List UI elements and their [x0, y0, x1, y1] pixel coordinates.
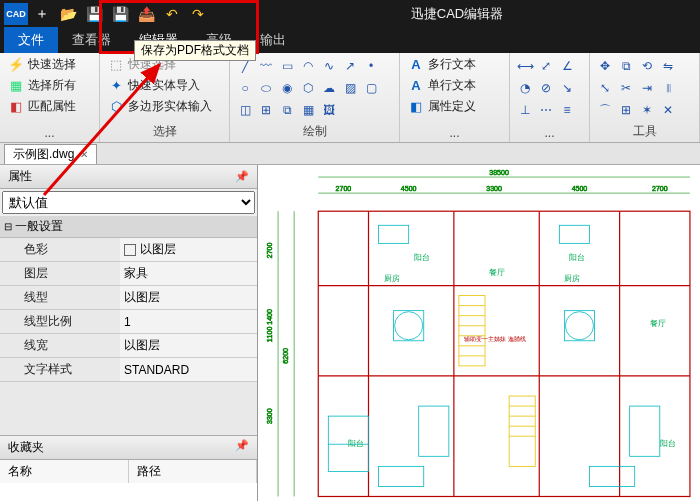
mirror-icon[interactable]: ⇋	[659, 57, 677, 75]
extend-icon[interactable]: ⇥	[638, 79, 656, 97]
dim-ord-icon[interactable]: ⊥	[516, 101, 534, 119]
undo-icon[interactable]: ↶	[160, 3, 184, 25]
main-area: 属性 📌 默认值 一般设置 色彩以图层 图层家具 线型以图层 线型比例1 线宽以…	[0, 165, 700, 501]
file-tab[interactable]: 示例图.dwg ✕	[4, 144, 97, 164]
quick-entity-import-button[interactable]: ✦快速实体导入	[106, 76, 223, 95]
import-icon: ✦	[108, 78, 124, 94]
block-icon[interactable]: ◫	[236, 101, 254, 119]
svg-text:阳台: 阳台	[348, 439, 364, 448]
svg-rect-29	[419, 406, 449, 456]
svg-text:38500: 38500	[489, 169, 509, 176]
group-label: ...	[6, 125, 93, 140]
svg-rect-31	[379, 466, 424, 486]
svg-text:辅助变一主姊妹 迤脯线: 辅助变一主姊妹 迤脯线	[464, 335, 526, 342]
svg-text:阳台: 阳台	[569, 253, 585, 262]
property-grid[interactable]: 一般设置 色彩以图层 图层家具 线型以图层 线型比例1 线宽以图层 文字样式ST…	[0, 216, 257, 435]
save-as-icon[interactable]: 💾	[108, 3, 132, 25]
default-value-row: 默认值	[0, 189, 257, 216]
rect-icon[interactable]: ▭	[278, 57, 296, 75]
select-all-button[interactable]: ▦选择所有	[6, 76, 93, 95]
poly-entity-input-button[interactable]: ⬡多边形实体输入	[106, 97, 223, 116]
properties-panel: 属性 📌 默认值 一般设置 色彩以图层 图层家具 线型以图层 线型比例1 线宽以…	[0, 165, 258, 501]
dim-base-icon[interactable]: ≡	[558, 101, 576, 119]
attdef-button[interactable]: ◧属性定义	[406, 97, 503, 116]
new-icon[interactable]: ＋	[30, 3, 54, 25]
dim-cont-icon[interactable]: ⋯	[537, 101, 555, 119]
ray-icon[interactable]: ↗	[341, 57, 359, 75]
prop-row: 线宽以图层	[0, 334, 257, 358]
pin-icon[interactable]: 📌	[235, 439, 249, 456]
donut-icon[interactable]: ◉	[278, 79, 296, 97]
default-value-select[interactable]: 默认值	[2, 191, 255, 214]
pin-icon[interactable]: 📌	[235, 170, 249, 183]
checkbox-icon[interactable]	[124, 244, 136, 256]
drawing-canvas[interactable]: 38500 2700 4500 3300 4500 2700 2700 1100…	[258, 165, 700, 501]
mtext-button[interactable]: A多行文本	[406, 55, 503, 74]
quick-select-button[interactable]: ⚡快速选择	[6, 55, 93, 74]
svg-rect-22	[559, 225, 589, 243]
cloud-icon[interactable]: ☁	[320, 79, 338, 97]
insert-icon[interactable]: ⊞	[257, 101, 275, 119]
arc-icon[interactable]: ◠	[299, 57, 317, 75]
tab-file[interactable]: 文件	[4, 27, 58, 53]
cad-logo-icon[interactable]: CAD	[4, 3, 28, 25]
cursor-icon: ⬚	[108, 57, 124, 73]
stext-icon: A	[408, 78, 424, 94]
group-label: 绘制	[236, 122, 393, 140]
group-label: ...	[516, 125, 583, 140]
group-label: ...	[406, 125, 503, 140]
scale-icon[interactable]: ⤡	[596, 79, 614, 97]
svg-text:餐厅: 餐厅	[650, 319, 666, 328]
export-icon[interactable]: 📤	[134, 3, 158, 25]
region-icon[interactable]: ▢	[362, 79, 380, 97]
point-icon[interactable]: •	[362, 57, 380, 75]
favorites-columns: 名称 路径	[0, 460, 257, 483]
image-icon[interactable]: 🖼	[320, 101, 338, 119]
xref-icon[interactable]: ⧉	[278, 101, 296, 119]
dim-diameter-icon[interactable]: ⊘	[537, 79, 555, 97]
ellipse-icon[interactable]: ⬭	[257, 79, 275, 97]
polygon-icon[interactable]: ⬡	[299, 79, 317, 97]
category-row[interactable]: 一般设置	[0, 216, 257, 238]
explode-icon[interactable]: ✶	[638, 101, 656, 119]
hatch-icon[interactable]: ▨	[341, 79, 359, 97]
dim-radius-icon[interactable]: ◔	[516, 79, 534, 97]
dim-aligned-icon[interactable]: ⤢	[537, 57, 555, 75]
fillet-icon[interactable]: ⌒	[596, 101, 614, 119]
stext-button[interactable]: A单行文本	[406, 76, 503, 95]
rotate-icon[interactable]: ⟲	[638, 57, 656, 75]
ribbon: ⚡快速选择 ▦选择所有 ◧匹配属性 ... ⬚快速选择 ✦快速实体导入 ⬡多边形…	[0, 53, 700, 143]
svg-text:2700: 2700	[266, 242, 273, 258]
app-title: 迅捷CAD编辑器	[214, 5, 700, 23]
svg-rect-14	[318, 211, 690, 496]
attdef-icon: ◧	[408, 99, 424, 115]
open-icon[interactable]: 📂	[56, 3, 80, 25]
svg-point-25	[565, 312, 593, 340]
circle-icon[interactable]: ○	[236, 79, 254, 97]
close-icon[interactable]: ✕	[80, 149, 88, 160]
svg-rect-33	[459, 296, 485, 366]
leader-icon[interactable]: ↘	[558, 79, 576, 97]
match-prop-button[interactable]: ◧匹配属性	[6, 97, 93, 116]
svg-text:厨房: 厨房	[564, 274, 580, 283]
group-label: 选择	[106, 122, 223, 140]
erase-icon[interactable]: ✕	[659, 101, 677, 119]
dim-linear-icon[interactable]: ⟷	[516, 57, 534, 75]
svg-text:1100 1400: 1100 1400	[266, 309, 273, 342]
array-icon[interactable]: ⊞	[617, 101, 635, 119]
redo-icon[interactable]: ↷	[186, 3, 210, 25]
table-icon[interactable]: ▦	[299, 101, 317, 119]
trim-icon[interactable]: ✂	[617, 79, 635, 97]
prop-row: 文字样式STANDARD	[0, 358, 257, 382]
spline-icon[interactable]: ∿	[320, 57, 338, 75]
col-path[interactable]: 路径	[129, 460, 258, 483]
tab-viewer[interactable]: 查看器	[58, 27, 125, 53]
offset-icon[interactable]: ⫴	[659, 79, 677, 97]
save-icon[interactable]: 💾	[82, 3, 106, 25]
move-icon[interactable]: ✥	[596, 57, 614, 75]
polyline-icon[interactable]: 〰	[257, 57, 275, 75]
col-name[interactable]: 名称	[0, 460, 129, 483]
prop-row: 线型以图层	[0, 286, 257, 310]
dim-angular-icon[interactable]: ∠	[558, 57, 576, 75]
copy-icon[interactable]: ⧉	[617, 57, 635, 75]
